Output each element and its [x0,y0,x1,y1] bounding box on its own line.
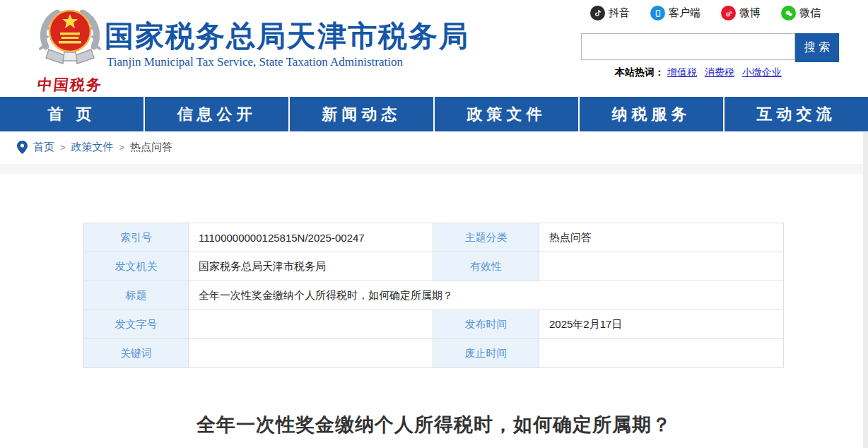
meta-label-publish-date: 发布时间 [433,310,539,339]
meta-label-repeal-date: 废止时间 [433,339,539,368]
hot-word-link-consumption-tax[interactable]: 消费税 [705,66,734,78]
meta-label-keywords: 关键词 [84,339,189,368]
logo-caption: 中国税务 [37,75,104,95]
search-input[interactable] [581,33,795,60]
location-pin-icon [17,141,28,154]
meta-value-publish-date: 2025年2月17日 [539,310,784,339]
social-wechat[interactable]: 微信 [781,6,821,20]
hot-word-link-vat[interactable]: 增值税 [667,66,697,78]
hot-words-label: 本站热词： [615,66,664,78]
header: 中国税务 国家税务总局天津市税务局 Tianjin Municipal Tax … [0,0,868,97]
breadcrumb-policy-documents[interactable]: 政策文件 [71,141,114,154]
table-row: 发文字号 发布时间 2025年2月17日 [84,310,784,339]
meta-value-title: 全年一次性奖金缴纳个人所得税时，如何确定所属期？ [189,281,784,310]
social-douyin[interactable]: 抖音 [590,6,630,20]
site-subtitle: Tianjin Municipal Tax Service, State Tax… [107,55,403,69]
site-logo[interactable]: 中国税务 [27,3,113,93]
nav-item-news[interactable]: 新闻动态 [290,97,435,131]
search-button[interactable]: 搜 索 [795,33,839,62]
meta-label-title: 标题 [84,281,189,310]
meta-value-keywords [189,339,433,368]
meta-value-issuing-agency: 国家税务总局天津市税务局 [189,252,433,281]
douyin-icon [590,6,605,20]
table-row: 索引号 11100000000125815N/2025-00247 主题分类 热… [84,223,784,252]
breadcrumb-home[interactable]: 首页 [33,141,54,154]
nav-item-tax-services[interactable]: 纳税服务 [580,97,725,131]
hot-words: 本站热词： 增值税 消费税 小微企业 [615,66,787,79]
main-nav: 首 页 信息公开 新闻动态 政策文件 纳税服务 互动交流 [0,97,868,131]
site-title: 国家税务总局天津市税务局 [105,17,469,56]
nav-item-interaction[interactable]: 互动交流 [725,97,868,131]
meta-label-issuing-agency: 发文机关 [84,252,189,281]
page: 中国税务 国家税务总局天津市税务局 Tianjin Municipal Tax … [0,0,868,448]
table-row: 标题 全年一次性奖金缴纳个人所得税时，如何确定所属期？ [84,281,784,310]
meta-value-index-number: 11100000000125815N/2025-00247 [189,223,433,252]
nav-item-policy-documents[interactable]: 政策文件 [435,97,580,131]
meta-label-index-number: 索引号 [84,223,189,252]
table-row: 发文机关 国家税务总局天津市税务局 有效性 [84,252,784,281]
social-label: 客户端 [669,6,700,20]
breadcrumb-separator: > [119,142,125,153]
social-label: 微信 [799,6,821,20]
document-meta-table: 索引号 11100000000125815N/2025-00247 主题分类 热… [83,223,784,368]
section-divider [0,164,868,174]
article-title: 全年一次性奖金缴纳个人所得税时，如何确定所属期？ [0,412,868,437]
mobile-app-icon [650,6,665,20]
meta-value-document-number [189,310,433,339]
breadcrumb-separator: > [60,142,66,153]
meta-label-document-number: 发文字号 [84,310,189,339]
weibo-icon [721,6,736,20]
social-links: 抖音 客户端 微博 微信 [590,6,821,20]
meta-value-validity [539,252,784,281]
tax-emblem-icon [33,3,107,73]
social-client[interactable]: 客户端 [650,6,700,20]
meta-label-topic-category: 主题分类 [433,223,539,252]
social-label: 微博 [739,6,761,20]
meta-value-topic-category: 热点问答 [539,223,784,252]
hot-word-link-small-business[interactable]: 小微企业 [742,66,782,78]
breadcrumb-bar: 首页 > 政策文件 > 热点问答 [0,131,868,164]
social-label: 抖音 [609,6,630,20]
wechat-icon [781,6,796,20]
meta-value-repeal-date [539,339,784,368]
nav-item-home[interactable]: 首 页 [0,97,145,131]
social-weibo[interactable]: 微博 [721,6,761,20]
breadcrumb-current: 热点问答 [130,141,172,154]
meta-label-validity: 有效性 [433,252,539,281]
scrollbar-track[interactable] [863,132,868,448]
breadcrumb: 首页 > 政策文件 > 热点问答 [17,141,172,154]
table-row: 关键词 废止时间 [84,339,784,368]
nav-item-info-disclosure[interactable]: 信息公开 [145,97,290,131]
